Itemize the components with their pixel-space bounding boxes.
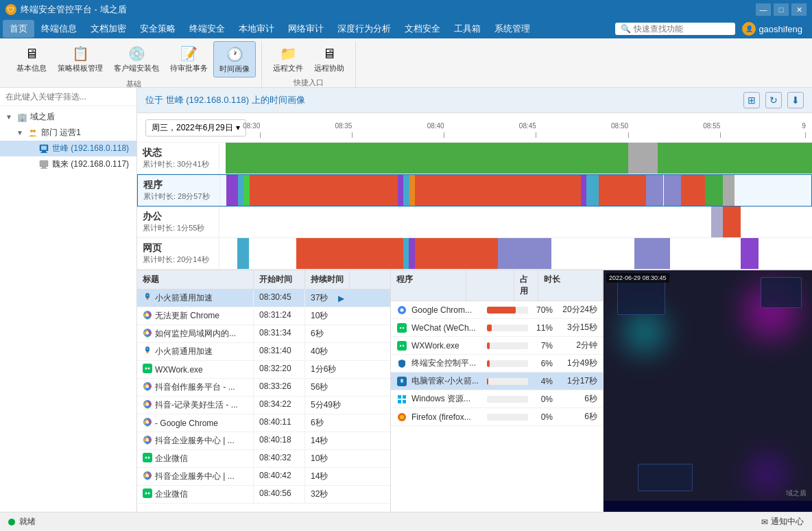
menu-item-深度行为分析[interactable]: 深度行为分析: [331, 20, 398, 38]
desktop-preview: 2022-06-29 08:30:45 域之盾: [604, 270, 812, 512]
bar-segment[interactable]: [226, 143, 629, 174]
table-row[interactable]: 企业微信08:40:5632秒: [137, 486, 390, 504]
app-icon: [143, 471, 152, 482]
toolbar-item-远程文件[interactable]: 📁远程文件: [267, 41, 309, 76]
bar-segment[interactable]: [250, 175, 398, 206]
menu-item-首页[interactable]: 首页: [3, 20, 34, 38]
row-duration: 10秒: [311, 453, 328, 464]
bar-segment[interactable]: [741, 238, 759, 269]
menu-item-终端安全[interactable]: 终端安全: [182, 20, 232, 38]
table-row[interactable]: 小火箭通用加速08:31:4040秒: [137, 343, 390, 361]
toolbar-item-客户端安装包[interactable]: 💿客户端安装包: [108, 41, 165, 78]
menu-item-本地审计[interactable]: 本地审计: [232, 20, 281, 38]
stats-row[interactable]: Google Chrom...70%20分24秒: [391, 301, 603, 319]
close-button[interactable]: ✕: [791, 3, 807, 16]
bar-segment[interactable]: [403, 238, 409, 269]
menu-items: 首页终端信息文档加密安全策略终端安全本地审计网络审计深度行为分析文档安全工具箱系…: [3, 20, 537, 38]
toolbar-item-待审批事务[interactable]: 📝待审批事务: [165, 41, 213, 78]
tree-expand-icon[interactable]: ▼: [16, 129, 25, 137]
bar-segment[interactable]: [409, 238, 415, 269]
tree-item[interactable]: 世峰 (192.168.0.118): [0, 141, 136, 156]
table-row[interactable]: 如何监控局域网内的...08:31:346秒: [137, 325, 390, 343]
maximize-button[interactable]: □: [774, 3, 789, 16]
download-button[interactable]: ⬇: [787, 92, 804, 108]
stats-app-name: 电脑管家-小火箭...: [411, 375, 483, 387]
app-icon: [143, 399, 152, 411]
tree-item[interactable]: ▼部门 运营1: [0, 125, 136, 141]
bar-segment[interactable]: [237, 238, 249, 269]
toolbar-item-基本信息[interactable]: 🖥基本信息: [11, 41, 52, 78]
stats-row[interactable]: 终端安全控制平...6%1分49秒: [391, 355, 603, 373]
row-duration: 5分49秒: [311, 399, 341, 411]
bar-segment[interactable]: [498, 238, 551, 269]
stats-row[interactable]: Firefox (firefox...0%6秒: [391, 408, 603, 426]
row-title: 抖音企业服务中心 | ...: [155, 471, 235, 482]
toolbar-item-时间画像[interactable]: 🕐时间画像: [213, 41, 256, 78]
stats-row[interactable]: WeChat (WeCh...11%3分15秒: [391, 319, 603, 337]
menu-item-文档加密[interactable]: 文档加密: [84, 20, 133, 38]
tree-item[interactable]: 魏来 (192.168.0.117): [0, 156, 136, 172]
sidebar-search-input[interactable]: [5, 92, 131, 102]
screenshot-preview: 2022-06-29 08:30:45 域之盾: [604, 270, 812, 512]
table-row[interactable]: 抖音-记录美好生活 - ...08:34:225分49秒: [137, 397, 390, 414]
stats-row[interactable]: Windows 资源...0%6秒: [391, 390, 603, 408]
app-icon: [143, 328, 152, 340]
stats-row[interactable]: WXWork.exe7%2分钟: [391, 337, 603, 355]
table-row[interactable]: 无法更新 Chrome08:31:2410秒: [137, 307, 390, 325]
status-left: 就绪: [8, 516, 36, 528]
bar-segment[interactable]: [711, 206, 723, 237]
table-row[interactable]: 抖音企业服务中心 | ...08:40:4214秒: [137, 468, 390, 486]
bar-segment[interactable]: [398, 175, 404, 206]
toolbar-item-策略模板管理[interactable]: 📋策略模板管理: [52, 41, 108, 78]
stats-row[interactable]: 电脑管家-小火箭...4%1分17秒: [391, 373, 603, 390]
table-row[interactable]: 抖音创作服务平台 - ...08:33:2656秒: [137, 379, 390, 397]
table-body: 小火箭通用加速08:30:4537秒▶无法更新 Chrome08:31:2410…: [137, 290, 390, 512]
table-row[interactable]: 小火箭通用加速08:30:4537秒▶: [137, 290, 390, 307]
refresh-button[interactable]: ↻: [765, 92, 782, 108]
date-selector[interactable]: 周三，2022年6月29日 ▾: [145, 119, 246, 137]
bar-segment[interactable]: [723, 175, 735, 206]
menu-item-文档安全[interactable]: 文档安全: [398, 20, 447, 38]
bar-segment[interactable]: [296, 238, 403, 269]
table-row[interactable]: - Google Chrome08:40:116秒: [137, 414, 390, 432]
user-menu[interactable]: 👤 gaoshifeng: [735, 22, 809, 36]
bar-segment[interactable]: [415, 238, 498, 269]
menu-item-安全策略[interactable]: 安全策略: [133, 20, 182, 38]
bar-segment[interactable]: [586, 175, 598, 206]
menu-item-工具箱[interactable]: 工具箱: [447, 20, 488, 38]
bar-segment[interactable]: [415, 175, 580, 206]
search-input[interactable]: [634, 24, 730, 34]
table-section: 标题开始时间持续时间 小火箭通用加速08:30:4537秒▶无法更新 Chrom…: [137, 270, 391, 512]
bar-segment[interactable]: [409, 175, 416, 206]
bar-segment[interactable]: [599, 175, 646, 206]
menu-item-系统管理[interactable]: 系统管理: [488, 20, 537, 38]
table-row[interactable]: WXWork.exe08:32:201分6秒: [137, 361, 390, 379]
bar-segment[interactable]: [634, 238, 670, 269]
bar-segment[interactable]: [243, 175, 250, 206]
menu-item-终端信息[interactable]: 终端信息: [34, 20, 84, 38]
tree-item[interactable]: ▼🏢域之盾: [0, 109, 136, 125]
table-row[interactable]: 抖音企业服务中心 | ...08:40:1814秒: [137, 432, 390, 450]
bar-segment[interactable]: [658, 143, 812, 174]
toolbar-item-远程协助[interactable]: 🖥远程协助: [309, 41, 350, 76]
bar-segment[interactable]: [226, 175, 238, 206]
bar-segment[interactable]: [628, 143, 658, 174]
track-duration: 累计时长: 30分41秒: [143, 159, 213, 169]
bar-segment[interactable]: [705, 175, 723, 206]
table-row[interactable]: 企业微信08:40:3210秒: [137, 450, 390, 468]
stats-app-name: WeChat (WeCh...: [411, 323, 483, 333]
menu-item-网络审计[interactable]: 网络审计: [281, 20, 331, 38]
bar-segment[interactable]: [664, 175, 682, 206]
tree-expand-icon[interactable]: ▼: [5, 113, 14, 121]
bar-segment[interactable]: [681, 175, 704, 206]
bar-segment[interactable]: [581, 175, 587, 206]
minimize-button[interactable]: —: [756, 3, 771, 16]
view-toggle-button[interactable]: ⊞: [743, 92, 760, 108]
toolbar-label: 基本信息: [16, 63, 47, 73]
bar-segment[interactable]: [238, 175, 244, 206]
svg-point-47: [401, 379, 403, 383]
bar-segment[interactable]: [403, 175, 409, 206]
bar-segment[interactable]: [646, 175, 664, 206]
stats-app-icon: [396, 305, 407, 316]
bar-segment[interactable]: [723, 206, 741, 237]
